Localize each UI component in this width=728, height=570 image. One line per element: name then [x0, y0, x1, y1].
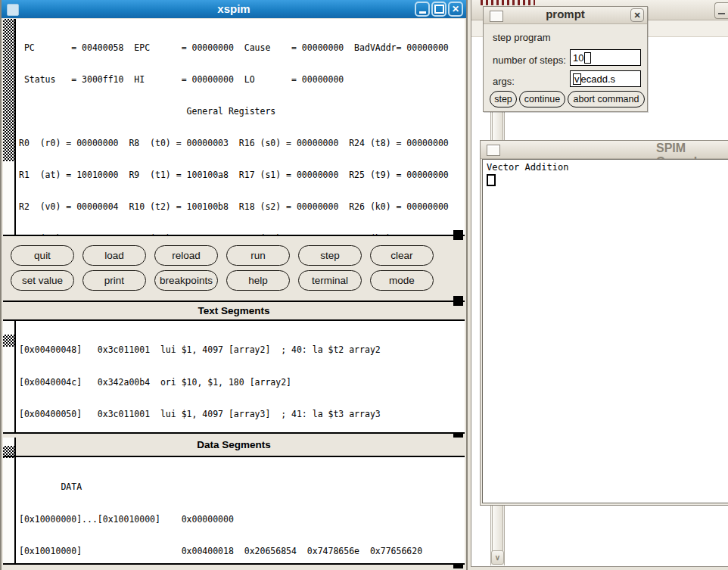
console-titlebar[interactable]: SPIM Console [481, 141, 728, 159]
pane-separator [3, 235, 465, 236]
minimize-icon[interactable] [714, 2, 728, 19]
text-cursor [487, 174, 496, 186]
abort-command-button[interactable]: abort command [568, 91, 645, 107]
spim-console-window: SPIM Console Vector Addition [480, 140, 728, 506]
run-button[interactable]: run [226, 245, 290, 266]
steps-value: 10 [573, 52, 583, 64]
terminal-button[interactable]: terminal [298, 270, 362, 291]
help-button[interactable]: help [226, 270, 290, 291]
close-icon[interactable]: ✕ [448, 2, 463, 17]
data-row: DATA [17, 481, 465, 493]
maximize-icon[interactable] [431, 2, 446, 17]
desktop: xspim ✕ PC = 00400058 EPC = 00000000 Cau… [0, 0, 728, 570]
clipped-title-fragment [481, 0, 535, 5]
step-button[interactable]: step [490, 91, 517, 107]
args-label: args: [493, 76, 515, 87]
registers-scrollbar-thumb[interactable] [3, 19, 14, 161]
register-line: Status = 3000ff10 HI = 00000000 LO = 000… [19, 74, 465, 85]
xspim-window: xspim ✕ PC = 00400058 EPC = 00000000 Cau… [0, 0, 468, 570]
text-cursor [584, 52, 591, 64]
close-icon[interactable]: ✕ [630, 8, 644, 22]
set-value-button[interactable]: set value [11, 270, 74, 291]
prompt-title: prompt [484, 8, 647, 20]
window-title: xspim [2, 2, 466, 15]
prompt-titlebar[interactable]: prompt ✕ [484, 7, 647, 24]
text-cursor-on-char: v [573, 73, 581, 85]
data-row: [0x10010000] 0x00400018 0x20656854 0x747… [17, 546, 465, 557]
data-segments-pane: DATA [0x10000000]...[0x10010000] 0x00000… [16, 457, 465, 563]
data-segments-label: Data Segments [2, 439, 466, 450]
print-button[interactable]: print [82, 270, 146, 291]
register-line: PC = 00400058 EPC = 00000000 Cause = 000… [19, 42, 465, 53]
maximize-box [434, 5, 444, 14]
scroll-down-icon[interactable]: ∨ [491, 550, 504, 565]
register-line: R0 (r0) = 00000000 R8 (t0) = 00000003 R1… [19, 138, 465, 148]
pane-separator [3, 563, 465, 565]
register-line: R2 (v0) = 00000004 R10 (t2) = 100100b8 R… [19, 201, 465, 212]
args-input[interactable]: v ecadd.s [570, 70, 641, 87]
register-line: General Registers [19, 106, 465, 117]
clear-button[interactable]: clear [370, 245, 434, 266]
text-segments-scrollbar-thumb[interactable] [3, 335, 14, 347]
xspim-titlebar[interactable]: xspim ✕ [2, 0, 466, 18]
step-button[interactable]: step [298, 245, 362, 266]
steps-input[interactable]: 10 [570, 49, 641, 66]
window-menu-icon[interactable] [487, 145, 500, 156]
args-value: ecadd.s [581, 73, 616, 85]
load-button[interactable]: load [82, 245, 146, 266]
minimize-icon[interactable] [415, 2, 430, 17]
breakpoints-button[interactable]: breakpoints [154, 270, 218, 291]
registers-pane: PC = 00400058 EPC = 00000000 Cause = 000… [16, 19, 465, 235]
continue-button[interactable]: continue [519, 91, 565, 107]
prompt-message: step program [493, 32, 551, 43]
reload-button[interactable]: reload [154, 245, 218, 266]
mode-button[interactable]: mode [370, 270, 434, 291]
sash-handle[interactable] [453, 230, 463, 240]
register-line: R1 (at) = 10010000 R9 (t1) = 100100a8 R1… [19, 170, 465, 180]
console-output: Vector Addition [482, 159, 728, 503]
minimize-bar [419, 11, 426, 14]
text-segments-label: Text Segments [2, 305, 466, 316]
instruction-row: [0x00400048] 0x3c011001 lui $1, 4097 [ar… [17, 344, 465, 356]
data-row: [0x10000000]...[0x10010000] 0x00000000 [17, 514, 465, 525]
prompt-window: prompt ✕ step program number of steps: 1… [483, 6, 648, 112]
steps-label: number of steps: [493, 55, 566, 66]
console-line: Vector Addition [487, 162, 724, 173]
instruction-row: [0x0040004c] 0x342a00b4 ori $10, $1, 180… [17, 377, 465, 388]
quit-button[interactable]: quit [11, 245, 74, 266]
minimize-bar [718, 13, 725, 14]
pane-separator [3, 432, 465, 434]
instruction-row: [0x00400050] 0x3c011001 lui $1, 4097 [ar… [17, 409, 465, 420]
pane-separator [3, 301, 465, 302]
text-segments-pane: [0x00400048] 0x3c011001 lui $1, 4097 [ar… [16, 321, 465, 432]
